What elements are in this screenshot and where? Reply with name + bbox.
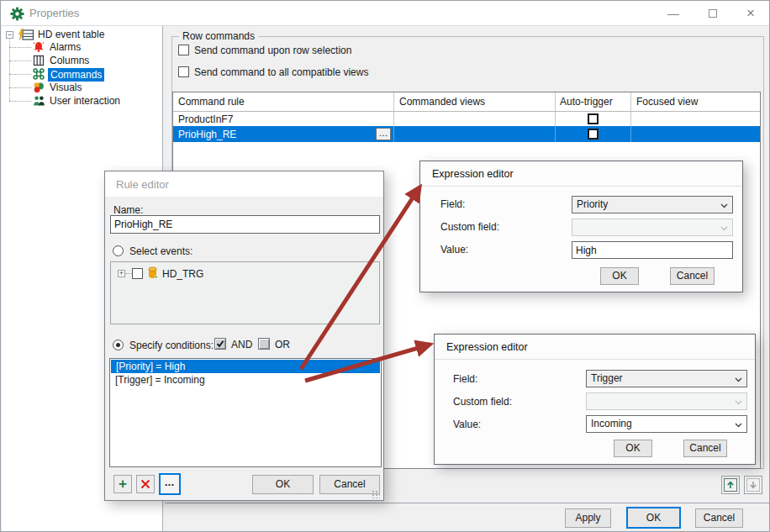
minimize-button[interactable]: — <box>659 1 688 25</box>
columns-icon <box>33 55 45 66</box>
commanded-views-cell[interactable] <box>394 112 556 126</box>
expression-ok-button[interactable]: OK <box>614 440 652 457</box>
expression-cancel-button[interactable]: Cancel <box>683 440 727 457</box>
add-condition-button[interactable]: + <box>113 475 132 493</box>
close-button[interactable]: × <box>736 1 765 25</box>
window-title: Properties <box>29 1 79 26</box>
auto-trigger-checkbox[interactable] <box>588 129 599 140</box>
specify-conditions-radio[interactable] <box>113 340 124 350</box>
focused-view-cell[interactable] <box>631 112 760 126</box>
apply-button[interactable]: Apply <box>565 508 611 528</box>
expression-editor-priority-dialog: Expression editor Field: Priority Custom… <box>419 161 743 292</box>
or-checkbox[interactable] <box>258 338 270 350</box>
or-label: OR <box>275 339 290 350</box>
auto-trigger-cell[interactable] <box>556 112 631 126</box>
condition-item-selected[interactable]: [Priority] = High <box>111 360 380 373</box>
condition-item[interactable]: [Trigger] = Incoming <box>110 373 381 387</box>
expand-collapse-icon[interactable]: − <box>6 31 13 39</box>
command-rule-cell[interactable]: PrioHigh_RE … <box>173 126 394 142</box>
chevron-down-icon <box>720 226 728 231</box>
chevron-down-icon <box>735 400 742 405</box>
chevron-down-icon <box>720 203 728 208</box>
expression-editor-title: Expression editor <box>432 168 514 180</box>
expression-editor-trigger-dialog: Expression editor Field: Trigger Custom … <box>434 334 756 465</box>
chevron-down-icon <box>735 423 742 428</box>
table-header-row: Command rule Commanded views Auto-trigge… <box>173 92 760 112</box>
sidebar-item-columns[interactable]: Columns <box>50 54 89 67</box>
column-header-auto-trigger[interactable]: Auto-trigger <box>556 92 631 111</box>
tree-connector <box>9 61 31 61</box>
ok-button[interactable]: OK <box>626 507 681 529</box>
chevron-down-icon <box>735 377 742 382</box>
rule-name-input[interactable] <box>110 215 380 234</box>
auto-trigger-cell[interactable] <box>556 126 631 142</box>
custom-field-label: Custom field: <box>453 396 512 408</box>
move-down-button[interactable] <box>744 476 762 494</box>
checkmark-icon <box>216 340 224 348</box>
move-up-button[interactable] <box>721 476 740 494</box>
and-checkbox[interactable] <box>214 338 226 350</box>
event-table-icon <box>18 29 34 41</box>
table-row-selected[interactable]: PrioHigh_RE … <box>173 126 760 142</box>
more-options-button[interactable]: ••• <box>159 473 181 495</box>
sidebar-item-alarms[interactable]: Alarms <box>50 40 81 54</box>
custom-field-dropdown <box>586 392 747 410</box>
value-input[interactable] <box>572 241 733 259</box>
column-header-commanded-views[interactable]: Commanded views <box>394 92 556 111</box>
edit-rule-ellipsis-button[interactable]: … <box>376 128 391 140</box>
column-header-focused-view[interactable]: Focused view <box>631 92 760 111</box>
expression-ok-button[interactable]: OK <box>600 267 639 285</box>
focused-view-cell[interactable] <box>631 126 760 142</box>
field-value: Priority <box>577 198 608 210</box>
events-tree-box[interactable]: + HD_TRG <box>110 261 380 324</box>
command-rule-cell[interactable]: ProductInF7 <box>173 112 394 126</box>
value-label: Value: <box>440 244 468 255</box>
field-dropdown[interactable]: Trigger <box>586 370 747 387</box>
value-dropdown[interactable]: Incoming <box>586 415 747 433</box>
send-on-row-selection-label: Send command upon row selection <box>194 45 351 56</box>
table-row[interactable]: ProductInF7 <box>173 112 760 126</box>
close-icon: × <box>746 5 755 22</box>
select-events-label: Select events: <box>129 245 192 257</box>
gear-icon <box>10 7 24 21</box>
conditions-list[interactable]: [Priority] = High [Trigger] = Incoming <box>109 358 382 467</box>
rule-editor-title: Rule editor <box>116 178 169 191</box>
title-separator <box>420 186 742 187</box>
command-rule-value: PrioHigh_RE <box>178 129 236 140</box>
field-dropdown[interactable]: Priority <box>572 196 733 213</box>
expression-editor-title: Expression editor <box>446 341 528 353</box>
event-item-checkbox[interactable] <box>132 268 143 279</box>
rule-editor-ok-button[interactable]: OK <box>252 475 314 494</box>
footer-separator <box>165 503 769 503</box>
commands-icon <box>33 68 45 80</box>
event-item-label[interactable]: HD_TRG <box>162 268 203 280</box>
send-all-compatible-views-label: Send command to all compatible views <box>194 66 368 78</box>
tree-root-hd-event-table[interactable]: HD event table <box>38 28 104 41</box>
send-all-compatible-views-checkbox[interactable] <box>178 66 189 77</box>
commanded-views-cell[interactable] <box>394 126 556 142</box>
title-separator <box>435 359 755 360</box>
expand-icon[interactable]: + <box>118 270 125 277</box>
select-events-radio[interactable] <box>113 245 124 256</box>
plus-icon: + <box>119 476 127 492</box>
sidebar-item-visuals[interactable]: Visuals <box>50 81 82 94</box>
field-label: Field: <box>453 373 477 385</box>
minimize-icon: — <box>667 7 679 20</box>
alarms-bell-icon <box>33 41 45 53</box>
titlebar: Properties — × <box>1 1 769 26</box>
expression-cancel-button[interactable]: Cancel <box>670 267 715 285</box>
sidebar-item-commands[interactable]: Commands <box>48 68 104 82</box>
field-label: Field: <box>440 198 465 210</box>
event-source-icon <box>147 266 159 280</box>
value-value: Incoming <box>591 418 632 429</box>
tree-connector <box>9 40 10 101</box>
cancel-button[interactable]: Cancel <box>695 508 743 528</box>
auto-trigger-checkbox[interactable] <box>588 113 599 124</box>
tree-connector <box>9 87 31 88</box>
maximize-button[interactable] <box>699 1 727 25</box>
send-on-row-selection-checkbox[interactable] <box>178 45 189 55</box>
column-header-command-rule[interactable]: Command rule <box>173 92 394 111</box>
sidebar-item-user-interaction[interactable]: User interaction <box>50 94 120 108</box>
delete-condition-button[interactable] <box>136 475 155 493</box>
resize-grip[interactable] <box>372 490 380 498</box>
